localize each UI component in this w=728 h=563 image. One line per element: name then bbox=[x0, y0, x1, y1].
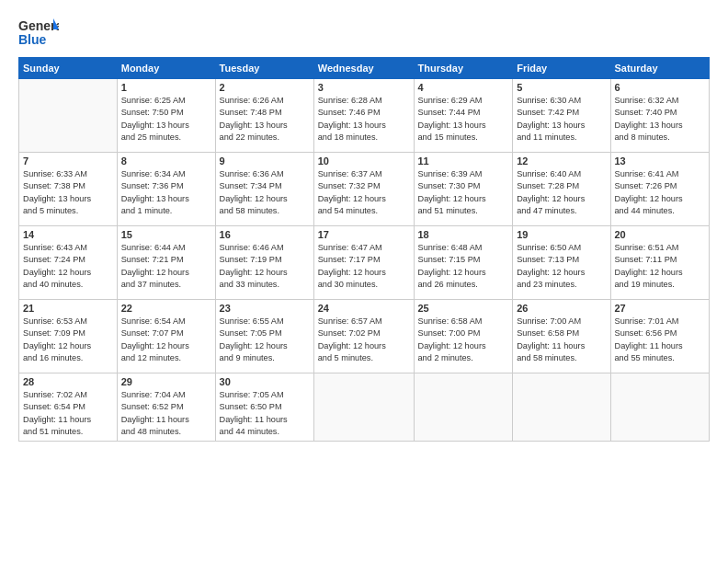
calendar-header-tuesday: Tuesday bbox=[215, 58, 313, 79]
day-number: 7 bbox=[23, 155, 113, 167]
day-number: 27 bbox=[615, 303, 706, 314]
day-info: Sunrise: 6:43 AMSunset: 7:24 PMDaylight:… bbox=[23, 242, 113, 291]
day-number: 16 bbox=[220, 229, 310, 240]
day-info: Sunrise: 6:34 AMSunset: 7:36 PMDaylight:… bbox=[121, 168, 211, 217]
day-info: Sunrise: 6:44 AMSunset: 7:21 PMDaylight:… bbox=[121, 242, 211, 291]
day-info: Sunrise: 6:25 AMSunset: 7:50 PMDaylight:… bbox=[121, 95, 211, 144]
day-number: 10 bbox=[318, 155, 410, 167]
calendar-cell: 2Sunrise: 6:26 AMSunset: 7:48 PMDaylight… bbox=[215, 79, 313, 153]
calendar-header-wednesday: Wednesday bbox=[313, 58, 414, 79]
day-info: Sunrise: 6:46 AMSunset: 7:19 PMDaylight:… bbox=[220, 242, 310, 291]
calendar-cell: 7Sunrise: 6:33 AMSunset: 7:38 PMDaylight… bbox=[19, 153, 118, 226]
day-info: Sunrise: 7:00 AMSunset: 6:58 PMDaylight:… bbox=[517, 316, 606, 364]
calendar-header-saturday: Saturday bbox=[610, 58, 710, 79]
day-info: Sunrise: 6:33 AMSunset: 7:38 PMDaylight:… bbox=[23, 168, 113, 217]
day-number: 25 bbox=[418, 303, 509, 314]
calendar-cell: 16Sunrise: 6:46 AMSunset: 7:19 PMDayligh… bbox=[215, 226, 313, 300]
calendar-cell: 21Sunrise: 6:53 AMSunset: 7:09 PMDayligh… bbox=[19, 300, 118, 373]
calendar-week-1: 7Sunrise: 6:33 AMSunset: 7:38 PMDaylight… bbox=[19, 153, 710, 226]
calendar-cell: 9Sunrise: 6:36 AMSunset: 7:34 PMDaylight… bbox=[215, 153, 313, 226]
calendar-cell: 14Sunrise: 6:43 AMSunset: 7:24 PMDayligh… bbox=[19, 226, 118, 300]
calendar-header-friday: Friday bbox=[513, 58, 610, 79]
day-info: Sunrise: 7:01 AMSunset: 6:56 PMDaylight:… bbox=[615, 316, 706, 364]
day-number: 11 bbox=[418, 155, 509, 167]
day-number: 18 bbox=[418, 229, 509, 240]
day-number: 3 bbox=[318, 82, 410, 93]
day-number: 23 bbox=[220, 303, 310, 314]
header: General Blue bbox=[18, 17, 710, 50]
calendar-cell: 25Sunrise: 6:58 AMSunset: 7:00 PMDayligh… bbox=[414, 300, 513, 373]
logo-svg: General Blue bbox=[18, 17, 59, 50]
day-info: Sunrise: 6:37 AMSunset: 7:32 PMDaylight:… bbox=[318, 168, 410, 217]
calendar-week-4: 28Sunrise: 7:02 AMSunset: 6:54 PMDayligh… bbox=[19, 373, 710, 442]
calendar-cell: 30Sunrise: 7:05 AMSunset: 6:50 PMDayligh… bbox=[215, 373, 313, 442]
day-number: 21 bbox=[23, 303, 113, 314]
day-info: Sunrise: 6:54 AMSunset: 7:07 PMDaylight:… bbox=[121, 316, 211, 364]
calendar-cell: 18Sunrise: 6:48 AMSunset: 7:15 PMDayligh… bbox=[414, 226, 513, 300]
day-info: Sunrise: 6:29 AMSunset: 7:44 PMDaylight:… bbox=[418, 95, 509, 144]
calendar-cell: 13Sunrise: 6:41 AMSunset: 7:26 PMDayligh… bbox=[610, 153, 710, 226]
calendar-week-0: 1Sunrise: 6:25 AMSunset: 7:50 PMDaylight… bbox=[19, 79, 710, 153]
day-info: Sunrise: 6:57 AMSunset: 7:02 PMDaylight:… bbox=[318, 316, 410, 364]
day-number: 12 bbox=[517, 155, 606, 167]
day-info: Sunrise: 6:36 AMSunset: 7:34 PMDaylight:… bbox=[220, 168, 310, 217]
day-info: Sunrise: 6:40 AMSunset: 7:28 PMDaylight:… bbox=[517, 168, 606, 217]
calendar-cell: 17Sunrise: 6:47 AMSunset: 7:17 PMDayligh… bbox=[313, 226, 414, 300]
day-info: Sunrise: 6:51 AMSunset: 7:11 PMDaylight:… bbox=[615, 242, 706, 291]
calendar-cell bbox=[313, 373, 414, 442]
day-number: 4 bbox=[418, 82, 509, 93]
calendar-cell: 28Sunrise: 7:02 AMSunset: 6:54 PMDayligh… bbox=[19, 373, 118, 442]
calendar-cell bbox=[610, 373, 710, 442]
day-info: Sunrise: 6:47 AMSunset: 7:17 PMDaylight:… bbox=[318, 242, 410, 291]
logo: General Blue bbox=[18, 17, 59, 50]
day-number: 14 bbox=[23, 229, 113, 240]
calendar-cell: 29Sunrise: 7:04 AMSunset: 6:52 PMDayligh… bbox=[117, 373, 215, 442]
page: General Blue SundayMondayTuesdayWednesda… bbox=[0, 0, 728, 563]
day-info: Sunrise: 6:58 AMSunset: 7:00 PMDaylight:… bbox=[418, 316, 509, 364]
calendar-cell: 23Sunrise: 6:55 AMSunset: 7:05 PMDayligh… bbox=[215, 300, 313, 373]
calendar-cell: 24Sunrise: 6:57 AMSunset: 7:02 PMDayligh… bbox=[313, 300, 414, 373]
calendar-cell: 11Sunrise: 6:39 AMSunset: 7:30 PMDayligh… bbox=[414, 153, 513, 226]
day-number: 22 bbox=[121, 303, 211, 314]
day-info: Sunrise: 7:04 AMSunset: 6:52 PMDaylight:… bbox=[121, 389, 211, 438]
svg-text:General: General bbox=[18, 18, 59, 33]
day-number: 29 bbox=[121, 376, 211, 387]
calendar-week-3: 21Sunrise: 6:53 AMSunset: 7:09 PMDayligh… bbox=[19, 300, 710, 373]
day-number: 8 bbox=[121, 155, 211, 167]
calendar-cell bbox=[414, 373, 513, 442]
calendar-cell: 26Sunrise: 7:00 AMSunset: 6:58 PMDayligh… bbox=[513, 300, 610, 373]
day-number: 19 bbox=[517, 229, 606, 240]
day-info: Sunrise: 6:39 AMSunset: 7:30 PMDaylight:… bbox=[418, 168, 509, 217]
day-number: 15 bbox=[121, 229, 211, 240]
calendar-cell: 22Sunrise: 6:54 AMSunset: 7:07 PMDayligh… bbox=[117, 300, 215, 373]
day-info: Sunrise: 6:32 AMSunset: 7:40 PMDaylight:… bbox=[615, 95, 706, 144]
day-number: 9 bbox=[220, 155, 310, 167]
day-number: 30 bbox=[220, 376, 310, 387]
day-number: 20 bbox=[615, 229, 706, 240]
day-info: Sunrise: 6:28 AMSunset: 7:46 PMDaylight:… bbox=[318, 95, 410, 144]
day-number: 13 bbox=[615, 155, 706, 167]
day-number: 1 bbox=[121, 82, 211, 93]
calendar-cell: 20Sunrise: 6:51 AMSunset: 7:11 PMDayligh… bbox=[610, 226, 710, 300]
calendar-cell: 4Sunrise: 6:29 AMSunset: 7:44 PMDaylight… bbox=[414, 79, 513, 153]
calendar-header-sunday: Sunday bbox=[19, 58, 118, 79]
day-info: Sunrise: 6:30 AMSunset: 7:42 PMDaylight:… bbox=[517, 95, 606, 144]
day-number: 2 bbox=[220, 82, 310, 93]
calendar-cell: 27Sunrise: 7:01 AMSunset: 6:56 PMDayligh… bbox=[610, 300, 710, 373]
calendar-cell: 12Sunrise: 6:40 AMSunset: 7:28 PMDayligh… bbox=[513, 153, 610, 226]
day-number: 26 bbox=[517, 303, 606, 314]
day-info: Sunrise: 6:48 AMSunset: 7:15 PMDaylight:… bbox=[418, 242, 509, 291]
day-number: 5 bbox=[517, 82, 606, 93]
calendar-cell: 10Sunrise: 6:37 AMSunset: 7:32 PMDayligh… bbox=[313, 153, 414, 226]
calendar-cell: 5Sunrise: 6:30 AMSunset: 7:42 PMDaylight… bbox=[513, 79, 610, 153]
calendar-cell bbox=[19, 79, 118, 153]
calendar-cell: 8Sunrise: 6:34 AMSunset: 7:36 PMDaylight… bbox=[117, 153, 215, 226]
day-number: 28 bbox=[23, 376, 113, 387]
day-number: 24 bbox=[318, 303, 410, 314]
calendar-header-monday: Monday bbox=[117, 58, 215, 79]
day-info: Sunrise: 6:26 AMSunset: 7:48 PMDaylight:… bbox=[220, 95, 310, 144]
calendar-cell: 1Sunrise: 6:25 AMSunset: 7:50 PMDaylight… bbox=[117, 79, 215, 153]
day-info: Sunrise: 6:41 AMSunset: 7:26 PMDaylight:… bbox=[615, 168, 706, 217]
calendar-table: SundayMondayTuesdayWednesdayThursdayFrid… bbox=[18, 57, 710, 442]
day-info: Sunrise: 6:50 AMSunset: 7:13 PMDaylight:… bbox=[517, 242, 606, 291]
